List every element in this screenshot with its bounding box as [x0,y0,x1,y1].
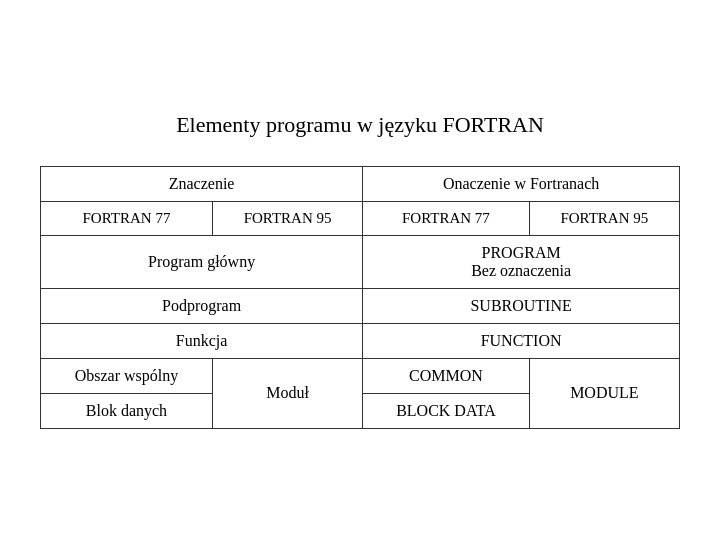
onaczenie-podprogram: SUBROUTINE [363,288,680,323]
header-onaczenie: Onaczenie w Fortranach [363,166,680,201]
onaczenie-common: COMMON [363,358,529,393]
znaczenie-podprogram: Podprogram [41,288,363,323]
fortran77-right: FORTRAN 77 [363,201,529,235]
row-obszar-wspolny: Obszar wspólny Moduł COMMON MODULE [41,358,680,393]
onaczenie-program-glowny: PROGRAM Bez oznaczenia [363,235,680,288]
onaczenie-funkcja: FUNCTION [363,323,680,358]
onaczenie-module: MODULE [529,358,679,428]
znaczenie-modul: Moduł [212,358,362,428]
row-podprogram: Podprogram SUBROUTINE [41,288,680,323]
row-program-glowny: Program główny PROGRAM Bez oznaczenia [41,235,680,288]
header-znaczenie: Znaczenie [41,166,363,201]
header-row-1: Znaczenie Onaczenie w Fortranach [41,166,680,201]
main-table: Znaczenie Onaczenie w Fortranach FORTRAN… [40,166,680,429]
fortran77-left: FORTRAN 77 [41,201,213,235]
fortran95-right: FORTRAN 95 [529,201,679,235]
program-label: PROGRAM [482,244,561,261]
onaczenie-block-data: BLOCK DATA [363,393,529,428]
page-title: Elementy programu w języku FORTRAN [176,112,544,138]
znaczenie-obszar-wspolny: Obszar wspólny [41,358,213,393]
fortran95-left: FORTRAN 95 [212,201,362,235]
header-row-2: FORTRAN 77 FORTRAN 95 FORTRAN 77 FORTRAN… [41,201,680,235]
bez-oznaczenia-label: Bez oznaczenia [471,262,571,279]
znaczenie-blok-danych: Blok danych [41,393,213,428]
znaczenie-funkcja: Funkcja [41,323,363,358]
row-funkcja: Funkcja FUNCTION [41,323,680,358]
znaczenie-program-glowny: Program główny [41,235,363,288]
